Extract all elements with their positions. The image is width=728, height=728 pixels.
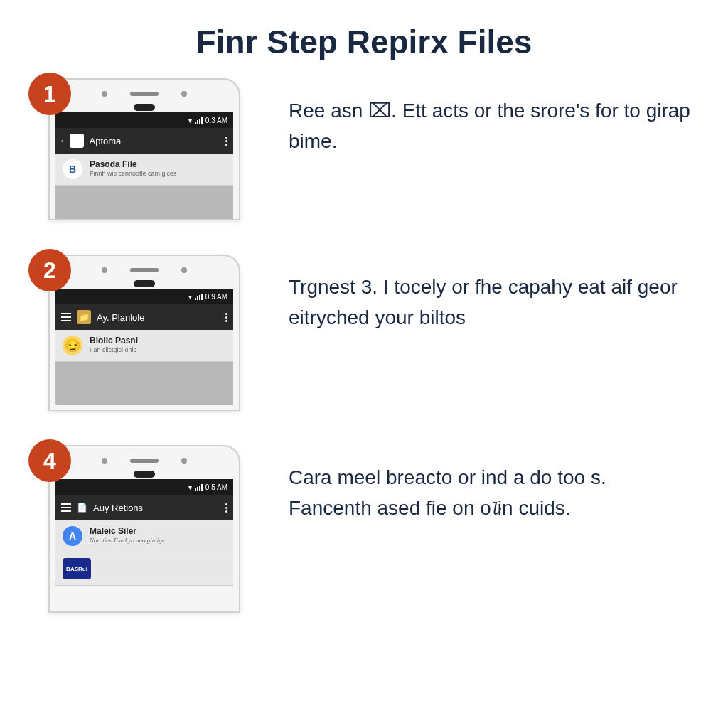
phone-speaker <box>130 459 159 463</box>
wifi-icon: ▾ <box>188 117 192 124</box>
phone-speaker <box>130 268 159 272</box>
phone-sensor-dot <box>181 267 187 273</box>
status-time-3: 0 5 AM <box>205 483 228 491</box>
notif-title-2: Blolic Pasni <box>90 336 226 346</box>
step-badge-3: 4 <box>28 439 71 482</box>
notif-text-1: Pasoda File Finnh witi cennootle cam gic… <box>90 159 226 177</box>
phone-home-pill <box>134 280 155 287</box>
app-badge-icon: BASRui <box>63 558 91 579</box>
step-text-1: Ree asn ⌧. Ett acts or the srore's for t… <box>289 95 694 157</box>
text-col-3: Cara meel breacto or ind a do too s. Fan… <box>255 445 694 524</box>
step-badge-2: 2 <box>28 249 71 291</box>
status-bar-1: ▾ 0:3 AM <box>55 112 233 128</box>
overflow-menu-icon[interactable] <box>225 313 228 322</box>
phone-top-1 <box>55 85 233 102</box>
app-bar-1: • ✎ Aptoma <box>55 128 233 154</box>
phone-speaker <box>130 92 159 96</box>
notif-icon-1: B <box>63 159 82 179</box>
app-bar-title-3: Auy Retions <box>93 503 143 513</box>
text-col-1: Ree asn ⌧. Ett acts or the srore's for t… <box>255 78 694 157</box>
step-row-1: 1 ▾ 0:3 AM • ✎ <box>34 78 694 220</box>
notif-title-1: Pasoda File <box>90 159 226 169</box>
notif-text-3a: Maleic Siler Naroties Tised yo ano ginii… <box>90 526 226 544</box>
phone-mockup-1: ▾ 0:3 AM • ✎ Aptoma B Pasoda File <box>48 78 240 220</box>
folder-icon: 📁 <box>77 310 91 324</box>
phone-home-pill <box>134 471 155 478</box>
phone-mockup-2: ▾ 0 9 AM 📁 Ay. Planlole 😏 Blolic Pasni <box>48 255 240 411</box>
hamburger-icon[interactable] <box>61 313 71 321</box>
phone-camera-dot <box>102 91 107 97</box>
app-bar-glyph: 📄 <box>77 503 87 513</box>
app-bar-dot: • <box>61 137 64 145</box>
notification-3a[interactable]: A Maleic Siler Naroties Tised yo ano gin… <box>55 520 233 552</box>
status-time-1: 0:3 AM <box>205 117 228 124</box>
phone-sensor-dot <box>181 458 187 464</box>
signal-icon <box>195 117 203 124</box>
step-row-3: 4 ▾ 0 5 AM 📄 <box>34 445 694 613</box>
signal-icon <box>195 484 203 491</box>
step-text-3: Cara meel breacto or ind a do too s. Fan… <box>289 462 694 524</box>
screen-body-1 <box>55 186 233 220</box>
app-bar-title-1: Aptoma <box>90 136 122 146</box>
phone-screen-3: ▾ 0 5 AM 📄 Auy Retions A Maleic Siler <box>55 479 233 586</box>
phone-mockup-3: ▾ 0 5 AM 📄 Auy Retions A Maleic Siler <box>48 445 240 613</box>
phone-top-3 <box>55 452 233 469</box>
step-text-2: Trgnest 3. I tocely or fhe capahy eat ai… <box>289 272 694 333</box>
notification-1[interactable]: B Pasoda File Finnh witi cennootle cam g… <box>55 154 233 186</box>
status-bar-2: ▾ 0 9 AM <box>55 289 233 304</box>
notif-sub-1: Finnh witi cennootle cam gices <box>90 170 226 177</box>
phone-home-pill <box>134 104 155 111</box>
screen-body-2 <box>55 362 233 405</box>
notification-2[interactable]: 😏 Blolic Pasni Fan clictgicl onls <box>55 330 233 362</box>
app-bar-icon-1: ✎ <box>70 134 84 148</box>
status-bar-3: ▾ 0 5 AM <box>55 479 233 495</box>
phone-camera-dot <box>102 267 107 273</box>
notif-sub-2: Fan clictgicl onls <box>90 346 226 353</box>
text-col-2: Trgnest 3. I tocely or fhe capahy eat ai… <box>255 255 694 333</box>
notification-3b[interactable]: BASRui <box>55 552 233 586</box>
notif-title-3a: Maleic Siler <box>90 526 226 536</box>
signal-icon <box>195 294 203 300</box>
step-row-2: 2 ▾ 0 9 AM 📁 <box>34 255 694 411</box>
wifi-icon: ▾ <box>188 293 192 301</box>
status-time-2: 0 9 AM <box>205 293 228 301</box>
phone-camera-dot <box>102 458 107 464</box>
steps-container: 1 ▾ 0:3 AM • ✎ <box>0 78 728 613</box>
app-bar-3: 📄 Auy Retions <box>55 495 233 520</box>
overflow-menu-icon[interactable] <box>225 503 228 513</box>
phone-screen-2: ▾ 0 9 AM 📁 Ay. Planlole 😏 Blolic Pasni <box>55 289 233 405</box>
phone-top-2 <box>55 262 233 279</box>
wifi-icon: ▾ <box>188 483 192 491</box>
step-badge-1: 1 <box>28 73 71 115</box>
app-bar-2: 📁 Ay. Planlole <box>55 304 233 330</box>
overflow-menu-icon[interactable] <box>225 136 228 146</box>
app-bar-title-2: Ay. Planlole <box>97 312 144 323</box>
phone-screen-1: ▾ 0:3 AM • ✎ Aptoma B Pasoda File <box>55 112 233 220</box>
emoji-icon: 😏 <box>63 336 82 355</box>
notif-text-2: Blolic Pasni Fan clictgicl onls <box>90 336 226 353</box>
notif-sub-3a: Naroties Tised yo ano giniige <box>90 537 226 544</box>
avatar-icon: A <box>63 526 82 546</box>
page-title: Finr Step Repirx Files <box>0 0 728 78</box>
phone-sensor-dot <box>181 91 187 97</box>
hamburger-icon[interactable] <box>61 503 71 512</box>
